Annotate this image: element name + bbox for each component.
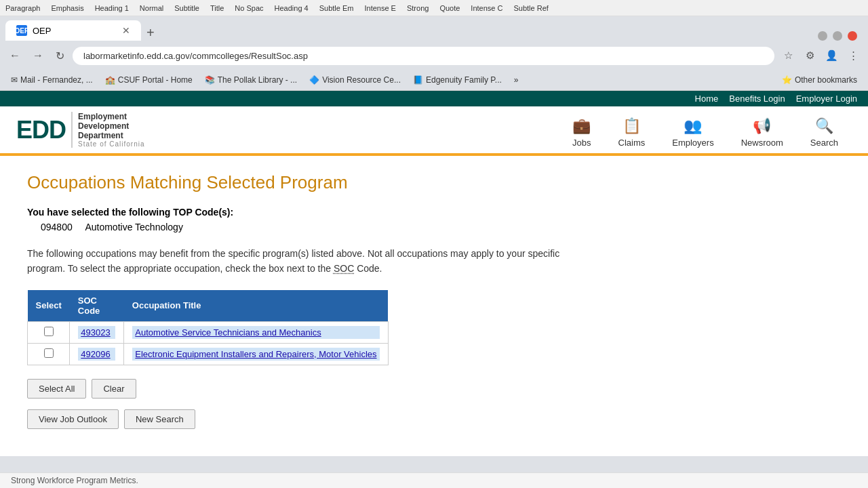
nav-claims[interactable]: 📋 Claims <box>605 112 659 153</box>
title-label: Title <box>210 4 224 12</box>
other-bookmarks-label: Other bookmarks <box>795 75 857 85</box>
heading1-label: Heading 1 <box>95 4 129 12</box>
new-tab-button[interactable]: + <box>141 25 160 41</box>
benefits-login-link[interactable]: Benefits Login <box>729 94 785 104</box>
clear-button[interactable]: Clear <box>92 379 136 399</box>
top-navigation: Home Benefits Login Employer Login <box>0 91 868 106</box>
nav-newsroom[interactable]: 📢 Newsroom <box>728 112 797 153</box>
word-toolbar: Paragraph Emphasis Heading 1 Normal Subt… <box>0 0 868 16</box>
table-row: 493023 Automotive Service Technicians an… <box>28 321 389 343</box>
nospace-label: No Spac <box>235 4 263 12</box>
newsroom-icon: 📢 <box>753 117 771 135</box>
new-search-button[interactable]: New Search <box>124 409 195 429</box>
select-cell-1 <box>28 321 70 343</box>
employer-login-link[interactable]: Employer Login <box>796 94 857 104</box>
url-input[interactable] <box>73 47 774 65</box>
occupation-table: Select SOC Code Occupation Title 493023 <box>27 290 389 365</box>
star-icon: ⭐ <box>782 75 792 85</box>
description-text: The following occupations may benefit fr… <box>27 246 583 277</box>
home-link[interactable]: Home <box>695 94 719 104</box>
close-button[interactable]: ✕ <box>848 31 857 41</box>
emphasis-label: Emphasis <box>51 4 83 12</box>
forward-button[interactable]: → <box>28 47 47 64</box>
col-soc-code: SOC Code <box>70 290 124 322</box>
intensee-label: Intense E <box>364 4 395 12</box>
heading4-label: Heading 4 <box>275 4 309 12</box>
select-all-button[interactable]: Select All <box>27 379 86 399</box>
jobs-label: Jobs <box>572 138 591 148</box>
vision-icon: 🔷 <box>309 75 319 85</box>
tab-favicon: OEP <box>16 25 27 36</box>
nav-search[interactable]: 🔍 Search <box>797 112 852 153</box>
tab-bar: OEP OEP ✕ + ─ □ ✕ <box>0 16 868 41</box>
mail-icon: ✉ <box>11 75 18 85</box>
active-tab[interactable]: OEP OEP ✕ <box>5 20 141 41</box>
bookmark-vision[interactable]: 🔷 Vision Resource Ce... <box>304 74 406 86</box>
paragraph-label: Paragraph <box>5 4 40 12</box>
occupation-link-2[interactable]: Electronic Equipment Installers and Repa… <box>132 348 379 361</box>
bookmark-pollak[interactable]: 📚 The Pollak Library - ... <box>199 74 302 86</box>
bookmark-icon[interactable]: ☆ <box>778 46 797 65</box>
nav-jobs[interactable]: 💼 Jobs <box>559 112 604 153</box>
strong-label: Strong <box>407 4 429 12</box>
maximize-button[interactable]: □ <box>833 31 842 41</box>
logo-line1: Employment <box>78 112 145 121</box>
selected-codes: You have selected the following TOP Code… <box>27 207 583 232</box>
window-controls: ─ □ ✕ <box>818 31 863 41</box>
bookmarks-bar: ✉ Mail - Fernandez, ... 🏫 CSUF Portal - … <box>0 70 868 91</box>
soc-link-2[interactable]: 492096 <box>78 348 115 361</box>
edd-website: Home Benefits Login Employer Login EDD E… <box>0 91 868 456</box>
logo-line4: State of California <box>78 140 145 148</box>
action-buttons-row1: Select All Clear <box>27 379 583 399</box>
table-row: 492096 Electronic Equipment Installers a… <box>28 343 389 365</box>
search-label: Search <box>810 138 838 148</box>
browser-window: OEP OEP ✕ + ─ □ ✕ ← → ↻ ☆ ⚙ 👤 ⋮ ✉ Mail -… <box>0 16 868 488</box>
address-bar: ← → ↻ ☆ ⚙ 👤 ⋮ <box>0 41 868 70</box>
bookmark-vision-label: Vision Resource Ce... <box>322 75 401 85</box>
back-button[interactable]: ← <box>5 47 24 64</box>
profile-icon[interactable]: 👤 <box>822 46 841 65</box>
occupation-link-1[interactable]: Automotive Service Technicians and Mecha… <box>132 326 379 339</box>
subtitle-label: Subtitle <box>174 4 199 12</box>
logo-line2: Development <box>78 121 145 131</box>
pollak-icon: 📚 <box>205 75 215 85</box>
tab-close-button[interactable]: ✕ <box>122 25 130 36</box>
menu-icon[interactable]: ⋮ <box>844 46 863 65</box>
tab-title: OEP <box>33 26 51 36</box>
soc-link-1[interactable]: 493023 <box>78 326 115 339</box>
col-occupation-title: Occupation Title <box>124 290 388 322</box>
bottom-text: Strong Workforce Program Metrics. <box>11 476 138 485</box>
edd-initials: EDD <box>16 116 66 144</box>
claims-label: Claims <box>618 138 646 148</box>
subtleem-label: Subtle Em <box>319 4 354 12</box>
code-item: 094800 Automotive Technology <box>41 222 583 232</box>
checkbox-2[interactable] <box>44 348 54 358</box>
bookmark-others[interactable]: ⭐ Other bookmarks <box>776 74 863 86</box>
selected-label: You have selected the following TOP Code… <box>27 207 583 218</box>
select-cell-2 <box>28 343 70 365</box>
extensions-icon[interactable]: ⚙ <box>800 46 819 65</box>
page-content: Occupations Matching Selected Program Yo… <box>0 156 610 456</box>
nav-employers[interactable]: 👥 Employers <box>658 112 727 153</box>
bottom-strip: Strong Workforce Program Metrics. <box>0 472 868 488</box>
bookmark-edgenuity[interactable]: 📘 Edgenuity Family P... <box>408 74 507 86</box>
reload-button[interactable]: ↻ <box>52 47 68 65</box>
bookmark-csuf-label: CSUF Portal - Home <box>118 75 193 85</box>
checkbox-1[interactable] <box>44 327 54 336</box>
bookmark-edgenuity-label: Edgenuity Family P... <box>426 75 502 85</box>
top-code-name: Automotive Technology <box>85 222 183 232</box>
bookmark-mail-label: Mail - Fernandez, ... <box>20 75 93 85</box>
occupation-title-1: Automotive Service Technicians and Mecha… <box>124 321 388 343</box>
col-select: Select <box>28 290 70 322</box>
browser-toolbar-icons: ☆ ⚙ 👤 ⋮ <box>778 46 863 65</box>
bookmark-more[interactable]: » <box>509 74 524 86</box>
edgenuity-icon: 📘 <box>413 75 423 85</box>
bookmark-csuf[interactable]: 🏫 CSUF Portal - Home <box>100 74 198 86</box>
occupation-title-2: Electronic Equipment Installers and Repa… <box>124 343 388 365</box>
action-buttons-row2: View Job Outlook New Search <box>27 409 583 429</box>
view-job-outlook-button[interactable]: View Job Outlook <box>27 409 119 429</box>
csuf-icon: 🏫 <box>105 75 115 85</box>
logo-line3: Department <box>78 131 145 140</box>
bookmark-mail[interactable]: ✉ Mail - Fernandez, ... <box>5 74 98 86</box>
minimize-button[interactable]: ─ <box>818 31 827 41</box>
